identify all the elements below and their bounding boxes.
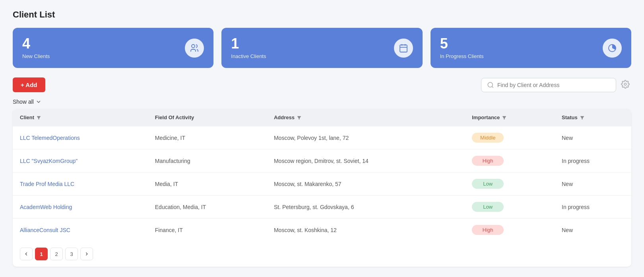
users-icon-wrap — [185, 39, 204, 58]
status: New — [555, 172, 631, 196]
address: Moscow, Polevoy 1st, lane, 72 — [267, 126, 465, 149]
stat-label-new: New Clients — [22, 53, 50, 59]
col-header-client: Client — [13, 109, 148, 126]
stat-number-new: 4 — [22, 37, 50, 51]
importance-badge: High — [472, 156, 504, 166]
col-header-importance: Importance — [465, 109, 555, 126]
table-row: Trade Prof Media LLC Media, IT Moscow, s… — [13, 172, 631, 196]
client-table-wrap: Client Field Of Activity Address — [13, 109, 631, 267]
search-box — [481, 78, 616, 92]
svg-point-8 — [624, 83, 627, 85]
page-3-button[interactable]: 3 — [65, 248, 78, 260]
filter-icon-client[interactable] — [36, 115, 41, 120]
col-header-status: Status — [555, 109, 631, 126]
page-container: Client List 4 New Clients 1 Inactive Cli… — [0, 0, 644, 276]
client-link[interactable]: AllianceConsult JSC — [13, 219, 148, 242]
table-row: AcademWeb Holding Education, Media, IT S… — [13, 196, 631, 219]
filter-icon-status[interactable] — [580, 115, 585, 120]
calendar-icon — [399, 43, 408, 53]
table-row: LLC TelemedOperations Medicine, IT Mosco… — [13, 126, 631, 149]
status: In progress — [555, 196, 631, 219]
chart-icon — [607, 43, 617, 53]
search-icon — [487, 81, 494, 89]
field-of-activity: Education, Media, IT — [148, 196, 267, 219]
importance-badge: Low — [472, 202, 504, 212]
svg-rect-1 — [400, 45, 407, 52]
client-link[interactable]: AcademWeb Holding — [13, 196, 148, 219]
svg-marker-10 — [297, 116, 301, 119]
field-of-activity: Finance, IT — [148, 219, 267, 242]
col-header-field: Field Of Activity — [148, 109, 267, 126]
svg-point-0 — [192, 45, 195, 48]
chevron-right-icon — [84, 251, 89, 257]
prev-page-button[interactable] — [20, 248, 33, 260]
svg-marker-12 — [580, 116, 584, 119]
address: Moscow region, Dmitrov, st. Soviet, 14 — [267, 149, 465, 172]
stat-info-new: 4 New Clients — [22, 37, 50, 59]
search-wrap — [481, 78, 631, 92]
calendar-icon-wrap — [394, 39, 413, 58]
status: New — [555, 126, 631, 149]
importance-cell: High — [465, 219, 555, 242]
chevron-left-icon — [23, 251, 29, 257]
address: Moscow, st. Makarenko, 57 — [267, 172, 465, 196]
importance-badge: High — [472, 225, 504, 235]
stat-card-new-clients[interactable]: 4 New Clients — [13, 28, 213, 68]
table-row: AllianceConsult JSC Finance, IT Moscow, … — [13, 219, 631, 242]
importance-cell: Low — [465, 196, 555, 219]
svg-line-7 — [492, 86, 493, 87]
page-2-button[interactable]: 2 — [50, 248, 63, 260]
show-all-dropdown[interactable]: Show all — [13, 99, 631, 105]
show-all-label: Show all — [13, 99, 34, 105]
page-title: Client List — [13, 10, 631, 20]
svg-marker-9 — [37, 116, 41, 119]
importance-cell: High — [465, 149, 555, 172]
stat-info-inactive: 1 Inactive Clients — [231, 37, 266, 59]
stat-label-inactive: Inactive Clients — [231, 53, 266, 59]
stat-number-inactive: 1 — [231, 37, 266, 51]
importance-cell: Low — [465, 172, 555, 196]
next-page-button[interactable] — [80, 248, 93, 260]
table-header-row: Client Field Of Activity Address — [13, 109, 631, 126]
client-link[interactable]: LLC TelemedOperations — [13, 126, 148, 149]
settings-icon — [621, 80, 630, 89]
chart-icon-wrap — [603, 39, 622, 58]
address: St. Petersburg, st. Gdovskaya, 6 — [267, 196, 465, 219]
filter-icon-address[interactable] — [297, 115, 302, 120]
field-of-activity: Manufacturing — [148, 149, 267, 172]
chevron-down-icon — [35, 99, 42, 105]
page-1-button[interactable]: 1 — [35, 248, 48, 260]
pagination: 1 2 3 — [13, 241, 631, 267]
stat-card-inprogress-clients[interactable]: 5 In Progress Clients — [431, 28, 631, 68]
status: In progress — [555, 149, 631, 172]
table-row: LLC "SvyazKomGroup" Manufacturing Moscow… — [13, 149, 631, 172]
field-of-activity: Medicine, IT — [148, 126, 267, 149]
settings-button[interactable] — [619, 78, 631, 91]
users-icon — [190, 43, 199, 53]
stat-label-inprogress: In Progress Clients — [440, 53, 484, 59]
status: New — [555, 219, 631, 242]
stat-number-inprogress: 5 — [440, 37, 484, 51]
search-input[interactable] — [497, 82, 610, 88]
col-header-address: Address — [267, 109, 465, 126]
importance-badge: Middle — [472, 133, 504, 143]
stat-card-inactive-clients[interactable]: 1 Inactive Clients — [221, 28, 422, 68]
client-table: Client Field Of Activity Address — [13, 109, 631, 241]
add-button[interactable]: + Add — [13, 77, 45, 92]
client-link[interactable]: Trade Prof Media LLC — [13, 172, 148, 196]
table-body: LLC TelemedOperations Medicine, IT Mosco… — [13, 126, 631, 242]
stat-info-inprogress: 5 In Progress Clients — [440, 37, 484, 59]
stat-cards: 4 New Clients 1 Inactive Clients — [13, 28, 631, 68]
importance-cell: Middle — [465, 126, 555, 149]
client-link[interactable]: LLC "SvyazKomGroup" — [13, 149, 148, 172]
field-of-activity: Media, IT — [148, 172, 267, 196]
address: Moscow, st. Koshkina, 12 — [267, 219, 465, 242]
filter-icon-importance[interactable] — [502, 115, 507, 120]
svg-marker-11 — [502, 116, 506, 119]
toolbar: + Add — [13, 77, 631, 92]
svg-point-6 — [488, 82, 493, 87]
importance-badge: Low — [472, 179, 504, 189]
